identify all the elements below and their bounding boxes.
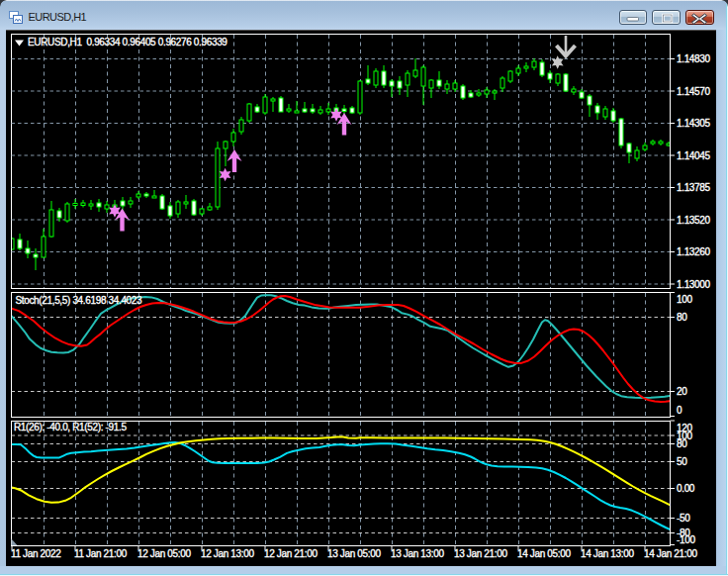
svg-text:1.14830: 1.14830 — [677, 53, 710, 64]
svg-text:80: 80 — [677, 438, 687, 449]
svg-text:1.14570: 1.14570 — [677, 86, 710, 97]
svg-text:12 Jan 05:00: 12 Jan 05:00 — [137, 548, 191, 559]
svg-text:1.13260: 1.13260 — [677, 246, 710, 257]
svg-text:12 Jan 21:00: 12 Jan 21:00 — [264, 548, 318, 559]
svg-text:R1(26): -40.0, R1(52): -91.5: R1(26): -40.0, R1(52): -91.5 — [14, 422, 127, 432]
svg-text:14 Jan 13:00: 14 Jan 13:00 — [581, 548, 634, 559]
svg-text:14 Jan 21:00: 14 Jan 21:00 — [644, 548, 697, 559]
svg-text:1.14045: 1.14045 — [677, 150, 710, 161]
svg-text:11 Jan 2022: 11 Jan 2022 — [11, 548, 61, 559]
svg-text:12 Jan 13:00: 12 Jan 13:00 — [201, 548, 254, 559]
svg-text:1.14305: 1.14305 — [677, 118, 710, 129]
svg-text:1.13000: 1.13000 — [677, 279, 710, 290]
svg-text:1.13785: 1.13785 — [677, 182, 710, 193]
svg-text:13 Jan 05:00: 13 Jan 05:00 — [327, 548, 381, 559]
svg-text:0.00: 0.00 — [677, 483, 695, 494]
svg-text:-100: -100 — [677, 534, 695, 545]
svg-text:20: 20 — [677, 386, 687, 397]
svg-text:EURUSD,H1 0.96334 0.96405 0.9: EURUSD,H1 0.96334 0.96405 0.96276 0.9633… — [28, 37, 228, 48]
svg-text:-50: -50 — [677, 513, 690, 524]
svg-text:11 Jan 21:00: 11 Jan 21:00 — [74, 548, 128, 559]
svg-text:50: 50 — [677, 456, 687, 467]
svg-text:100: 100 — [677, 294, 692, 305]
svg-text:Stoch(21,5,5) 34.6198 34.4023: Stoch(21,5,5) 34.6198 34.4023 — [16, 295, 143, 306]
svg-text:14 Jan 05:00: 14 Jan 05:00 — [517, 548, 571, 559]
svg-text:13 Jan 21:00: 13 Jan 21:00 — [454, 548, 507, 559]
svg-text:0: 0 — [677, 405, 682, 416]
svg-text:13 Jan 13:00: 13 Jan 13:00 — [391, 548, 444, 559]
svg-text:1.13520: 1.13520 — [677, 215, 710, 226]
svg-text:80: 80 — [677, 312, 687, 323]
